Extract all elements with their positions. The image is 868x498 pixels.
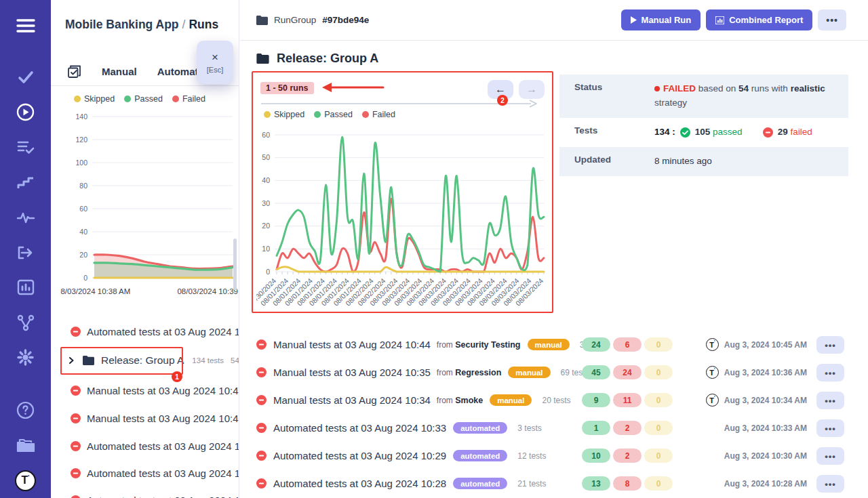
run-source: from Smoke — [437, 396, 483, 405]
updated-label: Updated — [559, 154, 654, 169]
projects-icon[interactable] — [0, 428, 51, 463]
testomat-logo-icon: T' — [15, 470, 36, 491]
list-item[interactable]: Automated tests at 03 Aug 2024 10 — [51, 459, 239, 486]
tests-count: 21 tests — [517, 479, 546, 489]
row-more-button[interactable]: ••• — [816, 392, 844, 409]
run-row[interactable]: Manual tests at 03 Aug 2024 10:44 from S… — [240, 331, 868, 358]
chart-pager: ← → — [488, 80, 545, 99]
failed-pill: 24 — [613, 365, 642, 379]
check-icon[interactable] — [0, 60, 51, 95]
runs-range-label: 1 - 50 runs — [260, 82, 314, 94]
svg-text:120: 120 — [75, 136, 87, 144]
list-item[interactable]: Manual tests at 03 Aug 2024 10:42 — [51, 404, 239, 432]
failed-pill: 2 — [613, 449, 642, 463]
next-page-button[interactable]: → — [519, 80, 545, 99]
passed-pill: 1 — [582, 421, 610, 435]
main-content: RunGroup #97bde94e Manual Run Combined R… — [240, 0, 868, 498]
passed-pill: 24 — [582, 337, 610, 352]
esc-key-hint: [Esc] — [207, 66, 223, 74]
skipped-pill: 0 — [644, 365, 673, 379]
list-item-group[interactable]: Release: Group A 134 tests 54 r — [51, 347, 239, 374]
run-timestamp: Aug 3, 2024 10:33 AM — [724, 423, 807, 433]
rungroup-breadcrumb: RunGroup #97bde94e — [256, 15, 369, 25]
row-more-button[interactable]: ••• — [816, 364, 844, 381]
svg-text:80: 80 — [79, 182, 87, 190]
skipped-dot-icon — [74, 96, 81, 102]
tests-count: 20 tests — [542, 396, 570, 405]
updated-value: 8 minutes ago — [654, 154, 724, 169]
run-row[interactable]: Manual tests at 03 Aug 2024 10:34 from S… — [240, 386, 868, 414]
svg-text:60: 60 — [79, 205, 87, 213]
run-row[interactable]: Automated tests at 03 Aug 2024 10:29 aut… — [240, 442, 868, 470]
group-runs-list: Manual tests at 03 Aug 2024 10:44 from S… — [240, 331, 868, 497]
combined-report-button[interactable]: Combined Report — [706, 9, 812, 30]
chevron-right-icon[interactable] — [68, 357, 75, 364]
steps-icon[interactable] — [0, 165, 51, 200]
result-pills: 24 6 0 — [582, 337, 673, 352]
close-panel-button[interactable]: × [Esc] — [197, 41, 233, 84]
list-item[interactable]: Manual tests at 03 Aug 2024 10:43 — [51, 377, 239, 404]
passed-pill: 9 — [582, 393, 610, 407]
svg-text:100: 100 — [75, 159, 87, 167]
failed-status-icon — [256, 395, 267, 405]
passed-dot-icon — [124, 96, 131, 102]
branch-icon[interactable] — [0, 305, 51, 340]
status-label: Status — [559, 82, 654, 110]
help-icon[interactable] — [0, 393, 51, 428]
logo[interactable]: T' — [0, 463, 51, 498]
list-item[interactable]: Automated tests at 03 Aug 2024 10 — [51, 486, 239, 498]
skipped-pill: 0 — [644, 337, 673, 352]
manual-run-button[interactable]: Manual Run — [621, 9, 701, 30]
run-row[interactable]: Automated tests at 03 Aug 2024 10:33 aut… — [240, 414, 868, 442]
select-runs-icon[interactable] — [67, 64, 81, 79]
run-row[interactable]: Manual tests at 03 Aug 2024 10:35 from R… — [240, 358, 868, 386]
run-source: from Regression — [437, 368, 501, 377]
run-list-icon[interactable] — [0, 129, 51, 165]
reporter-logo-icon: T' — [706, 394, 719, 407]
svg-text:10: 10 — [262, 245, 270, 253]
row-more-button[interactable]: ••• — [816, 475, 844, 493]
panel-scrollbar[interactable] — [233, 238, 237, 290]
app-sidebar: T' — [0, 0, 51, 498]
status-value: FAILED based on 54 runs with realistic s… — [654, 82, 848, 110]
list-item[interactable]: Automated tests at 03 Aug 2024 10 — [51, 432, 239, 459]
passed-pill: 10 — [582, 449, 610, 463]
tests-count: 12 tests — [517, 451, 546, 461]
row-more-button[interactable]: ••• — [816, 336, 844, 354]
settings-icon[interactable] — [0, 340, 51, 375]
close-icon: × — [212, 51, 218, 63]
activity-icon[interactable] — [0, 200, 51, 235]
more-actions-button[interactable]: ••• — [818, 9, 846, 30]
run-title: Automated tests at 03 Aug 2024 10:28 — [273, 478, 446, 489]
manual-badge: manual — [508, 367, 550, 378]
run-row[interactable]: Automated tests at 03 Aug 2024 10:28 aut… — [240, 470, 868, 497]
skipped-pill: 0 — [644, 421, 673, 435]
automated-badge: automated — [453, 478, 507, 489]
failed-status-icon — [71, 413, 81, 423]
row-more-button[interactable]: ••• — [816, 419, 844, 437]
menu-icon[interactable] — [0, 9, 51, 42]
folder-icon — [256, 54, 269, 64]
breadcrumb-project[interactable]: Mobile Banking App — [65, 18, 179, 31]
import-icon[interactable] — [0, 235, 51, 270]
result-pills: 45 24 0 — [582, 365, 673, 379]
play-circle-icon[interactable] — [0, 95, 51, 130]
skipped-pill: 0 — [644, 476, 673, 491]
list-item[interactable]: Automated tests at 03 Aug 2024 10 — [51, 318, 239, 345]
run-title: Automated tests at 03 Aug 2024 10 — [87, 326, 239, 337]
status-row: Status FAILED based on 54 runs with real… — [559, 75, 848, 118]
tab-manual[interactable]: Manual — [102, 66, 137, 77]
manual-badge: manual — [490, 394, 532, 406]
annotation-arrow-icon — [321, 81, 385, 94]
failed-minus-icon — [763, 127, 773, 138]
analytics-icon[interactable] — [0, 270, 51, 305]
failed-status-icon — [71, 386, 81, 396]
row-more-button[interactable]: ••• — [816, 447, 844, 465]
failed-status-icon — [256, 423, 267, 433]
svg-text:0: 0 — [266, 268, 270, 276]
runs-tabs: Manual Automated — [67, 61, 210, 81]
tests-value: 134 : 105 passed 29 failed — [654, 125, 825, 140]
result-pills: 9 11 0 — [582, 393, 673, 407]
svg-text:140: 140 — [75, 112, 87, 121]
folder-icon — [83, 356, 94, 365]
